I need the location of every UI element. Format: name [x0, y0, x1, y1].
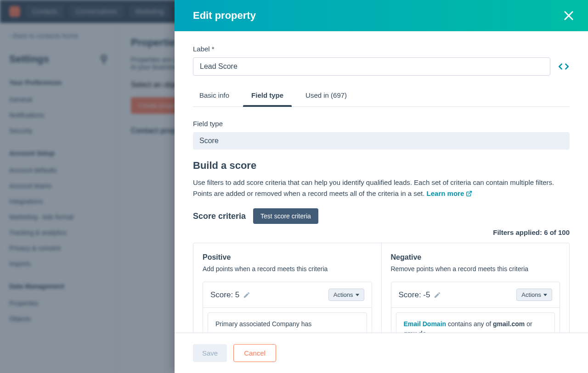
- save-button[interactable]: Save: [193, 344, 227, 362]
- negative-filter-bold2: gmx.de: [404, 330, 426, 333]
- label-field-label: Label *: [193, 45, 570, 53]
- pencil-icon[interactable]: [243, 291, 250, 299]
- cancel-button[interactable]: Cancel: [233, 344, 276, 362]
- positive-score-card: Score: 5 Actions Primary associated Comp…: [203, 282, 372, 333]
- positive-filter-card[interactable]: Primary associated Company has: [208, 312, 367, 333]
- label-input[interactable]: [193, 57, 550, 76]
- pencil-icon[interactable]: [434, 291, 441, 299]
- field-type-value: Score: [193, 132, 570, 150]
- positive-actions-label: Actions: [334, 291, 353, 298]
- field-type-label: Field type: [193, 120, 570, 128]
- negative-score-card: Score: -5 Actions Email Domain contains …: [391, 282, 560, 333]
- svg-line-3: [469, 191, 471, 194]
- negative-filter-mid: contains any of: [446, 320, 493, 328]
- positive-actions-dropdown[interactable]: Actions: [328, 289, 364, 301]
- tab-basic-info[interactable]: Basic info: [198, 85, 231, 106]
- tabs-row: Basic info Field type Used in (697): [193, 85, 570, 107]
- test-score-criteria-button[interactable]: Test score criteria: [253, 208, 318, 224]
- negative-actions-label: Actions: [521, 291, 541, 298]
- score-criteria-label: Score criteria: [193, 212, 246, 221]
- positive-score-value: Score: 5: [210, 290, 250, 300]
- negative-filter-link: Email Domain: [404, 320, 447, 328]
- positive-heading: Positive: [203, 253, 372, 262]
- negative-filter-card[interactable]: Email Domain contains any of gmail.com o…: [396, 312, 555, 333]
- negative-card-header: Score: -5 Actions: [391, 282, 560, 308]
- external-link-icon: [466, 190, 472, 197]
- negative-actions-dropdown[interactable]: Actions: [516, 289, 552, 301]
- edit-property-panel: Edit property Label * Basic info Field t…: [175, 0, 588, 373]
- tab-field-type[interactable]: Field type: [249, 85, 285, 106]
- negative-column: Negative Remove points when a record mee…: [382, 243, 570, 333]
- build-score-desc-text: Use filters to add score criteria that c…: [193, 178, 554, 197]
- negative-filter-or: or: [525, 320, 532, 328]
- chevron-down-icon: [356, 293, 359, 297]
- score-criteria-row: Score criteria Test score criteria: [193, 208, 570, 224]
- negative-score-text: Score: -5: [399, 290, 430, 300]
- criteria-container: Positive Add points when a record meets …: [193, 243, 570, 333]
- panel-title: Edit property: [193, 10, 256, 22]
- close-icon[interactable]: [562, 9, 575, 22]
- positive-column: Positive Add points when a record meets …: [193, 243, 382, 333]
- learn-more-text: Learn more: [427, 188, 464, 199]
- filters-applied-count: Filters applied: 6 of 100: [193, 228, 570, 236]
- chevron-down-icon: [543, 293, 547, 297]
- panel-body: Label * Basic info Field type Used in (6…: [175, 31, 588, 333]
- panel-footer: Save Cancel: [175, 333, 588, 373]
- build-score-title: Build a score: [193, 160, 570, 172]
- positive-sub: Add points when a record meets this crit…: [203, 265, 372, 273]
- positive-card-header: Score: 5 Actions: [203, 282, 372, 308]
- negative-score-value: Score: -5: [399, 290, 441, 300]
- tab-used-in[interactable]: Used in (697): [304, 85, 349, 106]
- build-score-desc: Use filters to add score criteria that c…: [193, 177, 570, 199]
- label-row: [193, 57, 570, 76]
- positive-score-text: Score: 5: [210, 290, 239, 300]
- negative-sub: Remove points when a record meets this c…: [391, 265, 560, 273]
- positive-filter-text: Primary associated Company has: [215, 320, 311, 328]
- negative-heading: Negative: [391, 253, 560, 262]
- negative-filter-bold1: gmail.com: [493, 320, 525, 328]
- code-icon[interactable]: [558, 61, 570, 72]
- panel-header: Edit property: [175, 0, 588, 31]
- learn-more-link[interactable]: Learn more: [427, 188, 473, 199]
